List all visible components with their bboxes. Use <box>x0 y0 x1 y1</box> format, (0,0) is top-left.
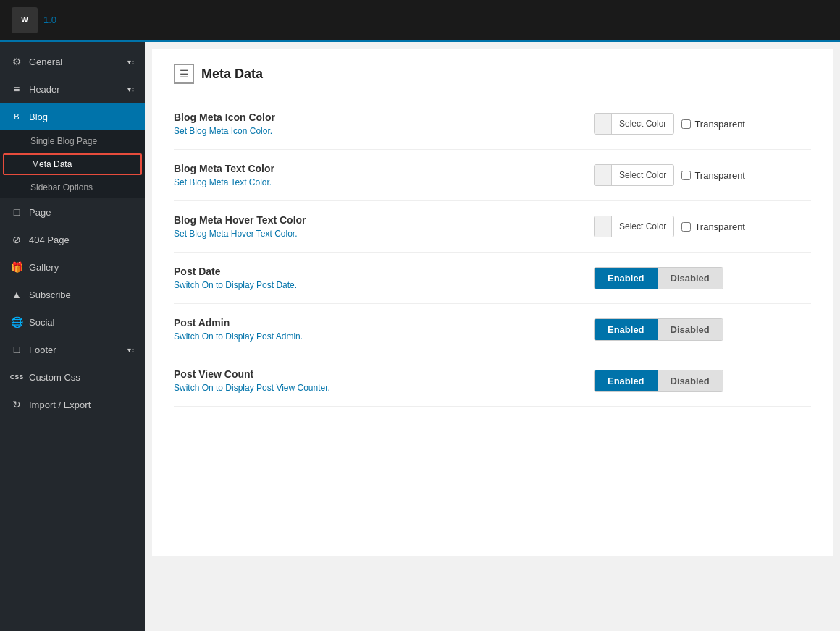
setting-label-5: Post Admin <box>174 317 594 329</box>
sidebar-item-social[interactable]: 🌐 Social <box>0 308 145 336</box>
content-header: ☰ Meta Data <box>174 64 811 84</box>
sidebar-item-gallery[interactable]: 🎁 Gallery <box>0 253 145 281</box>
sidebar-item-footer[interactable]: □ Footer ▾↕ <box>0 336 145 363</box>
import-export-icon: ↻ <box>10 398 23 411</box>
transparent-checkbox-1[interactable]: Transparent <box>681 119 745 130</box>
setting-control-2: Select Color Transparent <box>594 164 811 186</box>
setting-control-4: Enabled Disabled <box>594 267 811 289</box>
setting-control-5: Enabled Disabled <box>594 318 811 341</box>
setting-label-col-2: Blog Meta Text Color Set Blog Meta Text … <box>174 163 594 187</box>
setting-control-1: Select Color Transparent <box>594 113 811 135</box>
sidebar-sub-item-single-blog[interactable]: Single Blog Page <box>0 130 145 152</box>
transparent-checkbox-3[interactable]: Transparent <box>681 221 745 232</box>
sidebar-item-subscribe-label: Subscribe <box>29 289 71 300</box>
transparent-check-2[interactable] <box>681 171 691 180</box>
sidebar-item-css-label: Custom Css <box>29 372 80 383</box>
transparent-label-2: Transparent <box>694 170 745 181</box>
sidebar-item-import-label: Import / Export <box>29 399 91 410</box>
color-picker-btn-2[interactable]: Select Color <box>594 164 674 186</box>
color-picker-btn-3[interactable]: Select Color <box>594 216 674 237</box>
blog-icon: B <box>10 110 23 123</box>
setting-control-6: Enabled Disabled <box>594 370 811 392</box>
setting-row-blog-meta-hover-color: Blog Meta Hover Text Color Set Blog Meta… <box>174 201 811 253</box>
grid-icon: ☰ <box>180 68 189 80</box>
sidebar-item-general-label: General <box>29 56 62 67</box>
gallery-icon: 🎁 <box>10 261 23 274</box>
setting-desc-2: Set Blog Meta Text Color. <box>174 177 594 187</box>
setting-label-1: Blog Meta Icon Color <box>174 111 594 123</box>
css-icon: CSS <box>10 370 23 384</box>
toggle-disabled-post-view[interactable]: Disabled <box>658 370 723 391</box>
top-bar: W 1.0 <box>0 0 840 42</box>
sidebar: ⚙ General ▾↕ ≡ Header ▾↕ B Blog Single B… <box>0 42 145 631</box>
footer-icon: □ <box>10 343 23 356</box>
setting-label-2: Blog Meta Text Color <box>174 163 594 174</box>
setting-row-blog-meta-icon-color: Blog Meta Icon Color Set Blog Meta Icon … <box>174 98 811 150</box>
setting-row-post-admin: Post Admin Switch On to Display Post Adm… <box>174 304 811 355</box>
setting-desc-1: Set Blog Meta Icon Color. <box>174 126 594 136</box>
toggle-enabled-post-view[interactable]: Enabled <box>595 370 658 391</box>
sidebar-item-blog[interactable]: B Blog <box>0 103 145 130</box>
color-btn-label-2: Select Color <box>612 170 673 180</box>
setting-label-4: Post Date <box>174 266 594 277</box>
sidebar-blog-submenu: Single Blog Page Meta Data Sidebar Optio… <box>0 130 145 198</box>
setting-label-col-1: Blog Meta Icon Color Set Blog Meta Icon … <box>174 111 594 136</box>
toggle-enabled-post-date[interactable]: Enabled <box>595 268 658 289</box>
color-swatch-1 <box>595 114 612 134</box>
social-icon: 🌐 <box>10 316 23 329</box>
setting-desc-5: Switch On to Display Post Admin. <box>174 331 594 342</box>
sidebar-item-page[interactable]: □ Page <box>0 198 145 226</box>
setting-label-col-4: Post Date Switch On to Display Post Date… <box>174 266 594 290</box>
toggle-group-post-date: Enabled Disabled <box>594 267 723 289</box>
sidebar-item-blog-label: Blog <box>29 111 48 122</box>
toggle-disabled-post-admin[interactable]: Disabled <box>658 319 723 340</box>
setting-row-post-view-count: Post View Count Switch On to Display Pos… <box>174 355 811 407</box>
page-title: Meta Data <box>201 67 263 82</box>
sidebar-item-social-label: Social <box>29 317 54 328</box>
sidebar-item-gallery-label: Gallery <box>29 262 59 273</box>
toggle-group-post-admin: Enabled Disabled <box>594 318 723 341</box>
color-btn-label-3: Select Color <box>612 221 673 232</box>
color-picker-btn-1[interactable]: Select Color <box>594 113 674 135</box>
transparent-label-1: Transparent <box>694 119 745 130</box>
chevron-down-icon: ▾↕ <box>127 58 135 66</box>
color-swatch-2 <box>595 165 612 185</box>
sidebar-sub-item-meta-data[interactable]: Meta Data <box>3 153 142 175</box>
header-icon: ≡ <box>10 82 23 96</box>
content-panel: ☰ Meta Data Blog Meta Icon Color Set Blo… <box>152 49 833 556</box>
transparent-checkbox-2[interactable]: Transparent <box>681 170 745 181</box>
sidebar-sub-item-sidebar-options[interactable]: Sidebar Options <box>0 177 145 198</box>
sidebar-item-subscribe[interactable]: ▲ Subscribe <box>0 281 145 308</box>
transparent-check-3[interactable] <box>681 222 691 232</box>
setting-label-6: Post View Count <box>174 368 594 380</box>
setting-label-col-5: Post Admin Switch On to Display Post Adm… <box>174 317 594 342</box>
color-btn-label-1: Select Color <box>612 119 673 129</box>
content-page-icon: ☰ <box>174 64 194 84</box>
toggle-disabled-post-date[interactable]: Disabled <box>658 268 723 289</box>
sidebar-item-header[interactable]: ≡ Header ▾↕ <box>0 75 145 103</box>
chevron-down-icon-header: ▾↕ <box>127 85 135 93</box>
sidebar-item-import-export[interactable]: ↻ Import / Export <box>0 391 145 418</box>
page-icon-sidebar: □ <box>10 206 23 219</box>
setting-desc-3: Set Blog Meta Hover Text Color. <box>174 229 594 239</box>
setting-control-3: Select Color Transparent <box>594 216 811 237</box>
toggle-enabled-post-admin[interactable]: Enabled <box>595 319 658 340</box>
sidebar-item-footer-label: Footer <box>29 344 56 355</box>
setting-label-3: Blog Meta Hover Text Color <box>174 214 594 226</box>
setting-label-col-3: Blog Meta Hover Text Color Set Blog Meta… <box>174 214 594 239</box>
gear-icon: ⚙ <box>10 55 23 68</box>
transparent-check-1[interactable] <box>681 119 691 129</box>
main-content: ☰ Meta Data Blog Meta Icon Color Set Blo… <box>145 42 840 631</box>
setting-row-blog-meta-text-color: Blog Meta Text Color Set Blog Meta Text … <box>174 150 811 201</box>
setting-label-col-6: Post View Count Switch On to Display Pos… <box>174 368 594 393</box>
sidebar-item-header-label: Header <box>29 84 60 95</box>
no-icon: ⊘ <box>10 233 23 246</box>
toggle-group-post-view: Enabled Disabled <box>594 370 723 392</box>
color-swatch-3 <box>595 216 612 237</box>
sidebar-item-custom-css[interactable]: CSS Custom Css <box>0 363 145 391</box>
setting-desc-4: Switch On to Display Post Date. <box>174 280 594 290</box>
sidebar-item-404[interactable]: ⊘ 404 Page <box>0 226 145 253</box>
sidebar-item-404-label: 404 Page <box>29 234 70 245</box>
sidebar-item-general[interactable]: ⚙ General ▾↕ <box>0 48 145 75</box>
logo: W <box>12 7 38 33</box>
